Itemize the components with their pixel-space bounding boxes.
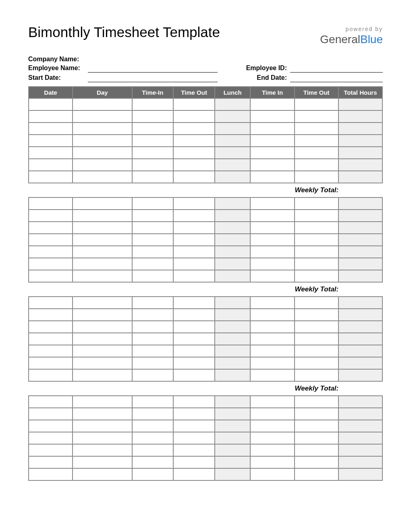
table-cell[interactable]: [338, 345, 382, 357]
table-cell[interactable]: [215, 369, 251, 381]
table-cell[interactable]: [338, 270, 382, 282]
table-cell[interactable]: [295, 297, 338, 309]
table-cell[interactable]: [29, 110, 73, 123]
table-cell[interactable]: [338, 246, 382, 258]
table-cell[interactable]: [338, 468, 382, 480]
table-cell[interactable]: [250, 357, 294, 369]
table-cell[interactable]: [338, 98, 382, 110]
table-cell[interactable]: [29, 197, 73, 210]
table-cell[interactable]: [250, 270, 294, 282]
table-cell[interactable]: [338, 420, 382, 432]
table-cell[interactable]: [73, 444, 132, 456]
table-cell[interactable]: [295, 420, 338, 432]
table-cell[interactable]: [215, 123, 251, 135]
table-cell[interactable]: [215, 98, 251, 110]
table-cell[interactable]: [173, 159, 215, 171]
table-cell[interactable]: [132, 258, 174, 270]
table-cell[interactable]: [132, 357, 174, 369]
table-cell[interactable]: [173, 234, 215, 246]
table-cell[interactable]: [338, 258, 382, 270]
table-cell[interactable]: [338, 110, 382, 123]
table-cell[interactable]: [338, 159, 382, 171]
table-cell[interactable]: [132, 197, 174, 210]
table-cell[interactable]: [29, 345, 73, 357]
table-cell[interactable]: [29, 147, 73, 159]
table-cell[interactable]: [250, 258, 294, 270]
table-cell[interactable]: [132, 468, 174, 480]
table-cell[interactable]: [73, 321, 132, 333]
table-cell[interactable]: [338, 456, 382, 468]
table-cell[interactable]: [29, 98, 73, 110]
table-cell[interactable]: [338, 408, 382, 420]
table-cell[interactable]: [215, 408, 251, 420]
table-cell[interactable]: [132, 345, 174, 357]
table-cell[interactable]: [250, 123, 294, 135]
table-cell[interactable]: [73, 432, 132, 444]
table-cell[interactable]: [215, 468, 251, 480]
table-cell[interactable]: [338, 432, 382, 444]
table-cell[interactable]: [132, 432, 174, 444]
table-cell[interactable]: [295, 197, 338, 210]
table-cell[interactable]: [250, 197, 294, 210]
table-cell[interactable]: [295, 357, 338, 369]
table-cell[interactable]: [250, 420, 294, 432]
table-cell[interactable]: [173, 420, 215, 432]
table-cell[interactable]: [295, 432, 338, 444]
table-cell[interactable]: [73, 123, 132, 135]
table-cell[interactable]: [215, 309, 251, 321]
table-cell[interactable]: [338, 357, 382, 369]
table-cell[interactable]: [250, 345, 294, 357]
table-cell[interactable]: [295, 123, 338, 135]
table-cell[interactable]: [173, 345, 215, 357]
table-cell[interactable]: [338, 321, 382, 333]
table-cell[interactable]: [295, 234, 338, 246]
table-cell[interactable]: [250, 456, 294, 468]
table-cell[interactable]: [295, 171, 338, 183]
table-cell[interactable]: [173, 222, 215, 234]
table-cell[interactable]: [29, 123, 73, 135]
table-cell[interactable]: [73, 297, 132, 309]
table-cell[interactable]: [173, 210, 215, 222]
start-date-field[interactable]: [88, 74, 218, 82]
table-cell[interactable]: [173, 333, 215, 345]
table-cell[interactable]: [73, 234, 132, 246]
table-cell[interactable]: [173, 396, 215, 408]
table-cell[interactable]: [250, 408, 294, 420]
table-cell[interactable]: [295, 210, 338, 222]
table-cell[interactable]: [132, 210, 174, 222]
table-cell[interactable]: [173, 98, 215, 110]
table-cell[interactable]: [295, 258, 338, 270]
table-cell[interactable]: [295, 147, 338, 159]
table-cell[interactable]: [29, 369, 73, 381]
table-cell[interactable]: [215, 456, 251, 468]
table-cell[interactable]: [132, 171, 174, 183]
table-cell[interactable]: [250, 98, 294, 110]
table-cell[interactable]: [295, 369, 338, 381]
table-cell[interactable]: [29, 309, 73, 321]
table-cell[interactable]: [338, 210, 382, 222]
table-cell[interactable]: [215, 210, 251, 222]
table-cell[interactable]: [250, 135, 294, 147]
table-cell[interactable]: [29, 357, 73, 369]
table-cell[interactable]: [73, 210, 132, 222]
table-cell[interactable]: [29, 420, 73, 432]
table-cell[interactable]: [132, 408, 174, 420]
table-cell[interactable]: [73, 369, 132, 381]
table-cell[interactable]: [173, 444, 215, 456]
table-cell[interactable]: [29, 396, 73, 408]
table-cell[interactable]: [295, 270, 338, 282]
table-cell[interactable]: [250, 234, 294, 246]
table-cell[interactable]: [29, 258, 73, 270]
table-cell[interactable]: [250, 432, 294, 444]
table-cell[interactable]: [250, 222, 294, 234]
table-cell[interactable]: [173, 297, 215, 309]
table-cell[interactable]: [173, 432, 215, 444]
table-cell[interactable]: [29, 246, 73, 258]
table-cell[interactable]: [250, 369, 294, 381]
table-cell[interactable]: [73, 396, 132, 408]
table-cell[interactable]: [29, 171, 73, 183]
table-cell[interactable]: [338, 444, 382, 456]
table-cell[interactable]: [132, 135, 174, 147]
table-cell[interactable]: [173, 468, 215, 480]
table-cell[interactable]: [338, 222, 382, 234]
